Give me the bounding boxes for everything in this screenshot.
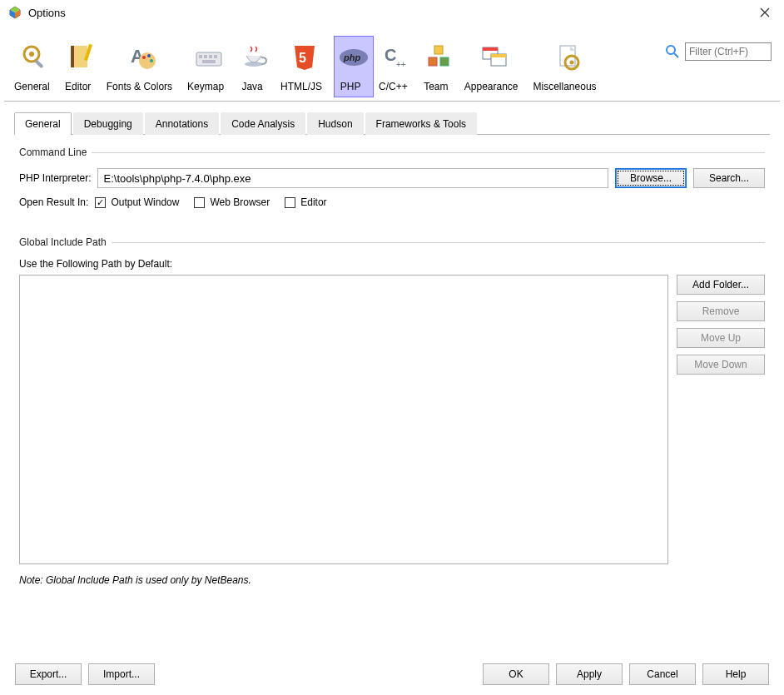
category-label: Keymap [187,81,224,92]
svg-text:5: 5 [299,51,306,65]
category-team[interactable]: Team [419,36,459,97]
svg-line-38 [674,53,678,57]
export-button[interactable]: Export... [15,663,82,685]
move-down-button[interactable]: Move Down [677,355,765,375]
help-button[interactable]: Help [702,663,769,685]
category-appearance[interactable]: Appearance [461,36,528,97]
move-up-button[interactable]: Move Up [677,328,765,348]
windows-icon [478,41,511,74]
svg-point-37 [667,46,675,54]
category-label: C/C++ [379,81,408,92]
use-path-label: Use the Following Path by Default: [19,258,172,270]
tab-code-analysis[interactable]: Code Analysis [221,112,305,135]
svg-rect-20 [202,60,216,63]
php-icon: php [337,41,370,74]
svg-text:++: ++ [396,60,406,69]
window-title: Options [28,7,66,19]
browse-button[interactable]: Browse... [615,168,687,188]
document-gear-icon [552,41,585,74]
tab-debugging[interactable]: Debugging [73,112,143,135]
category-general[interactable]: General [11,36,60,97]
svg-point-5 [29,52,34,57]
category-keymap[interactable]: Keymap [184,36,234,97]
apply-button[interactable]: Apply [556,663,623,685]
dialog-footer: Export... Import... OK Apply Cancel Help [0,663,784,685]
svg-rect-28 [429,57,437,66]
search-icon [665,44,680,59]
svg-rect-31 [483,47,498,51]
tab-hudson[interactable]: Hudson [307,112,363,135]
category-editor[interactable]: Editor [62,36,102,97]
check-icon: ✓ [97,198,104,207]
tab-annotations[interactable]: Annotations [145,112,219,135]
category-fonts-colors[interactable]: A Fonts & Colors [103,36,182,97]
svg-rect-15 [196,52,221,66]
svg-rect-17 [204,55,207,58]
group-global-include: Global Include Path Use the Following Pa… [19,236,765,594]
ok-button[interactable]: OK [483,663,549,685]
c-cpp-icon: C++ [380,41,413,74]
svg-rect-19 [214,55,217,58]
category-label: Editor [65,81,91,92]
include-path-list[interactable] [19,275,668,564]
cancel-button[interactable]: Cancel [629,663,696,685]
group-legend: Command Line [19,146,92,158]
check-web-browser[interactable]: Web Browser [194,196,270,208]
category-java[interactable]: Java [236,36,275,97]
category-toolbar: General Editor A Fonts & Colors Keymap J… [4,26,780,102]
keyboard-icon [192,41,226,74]
check-label: Editor [300,196,326,208]
category-label: HTML/JS [280,81,322,92]
add-folder-button[interactable]: Add Folder... [677,275,765,295]
svg-rect-33 [491,54,506,57]
include-note: Note: Global Include Path is used only b… [19,574,765,586]
import-button[interactable]: Import... [88,663,155,685]
close-icon[interactable] [754,3,776,22]
open-result-label: Open Result In: [19,196,88,208]
remove-button[interactable]: Remove [677,301,765,321]
svg-rect-18 [209,55,212,58]
svg-point-13 [147,54,151,57]
interpreter-input[interactable] [97,168,608,188]
category-c-cpp[interactable]: C++ C/C++ [375,36,418,97]
html5-shield-icon: 5 [288,41,321,74]
cubes-icon [423,41,456,74]
check-label: Web Browser [210,196,270,208]
tab-general[interactable]: General [14,112,72,135]
svg-rect-6 [35,59,44,68]
category-label: Java [241,81,262,92]
coffee-cup-icon [239,41,272,74]
svg-text:C: C [385,46,396,64]
search-button[interactable]: Search... [693,168,765,188]
svg-rect-29 [440,57,449,66]
svg-rect-16 [199,55,202,58]
category-label: Miscellaneous [533,81,597,92]
gear-wrench-icon [18,41,52,74]
category-label: PHP [340,81,361,92]
svg-point-14 [150,59,153,62]
category-label: Team [424,81,448,92]
palette-a-icon: A [126,41,159,74]
category-label: Appearance [464,81,519,92]
group-legend: Global Include Path [19,236,112,248]
group-command-line: Command Line PHP Interpreter: Browse... … [19,146,765,225]
category-label: General [14,81,50,92]
svg-rect-27 [434,46,443,54]
category-miscellaneous[interactable]: Miscellaneous [530,36,607,97]
interpreter-label: PHP Interpreter: [19,172,91,184]
svg-point-12 [142,56,146,59]
category-label: Fonts & Colors [107,81,172,92]
filter-input[interactable] [685,42,772,61]
check-output-window[interactable]: ✓ Output Window [95,196,179,208]
svg-point-36 [569,61,573,65]
check-editor[interactable]: Editor [285,196,326,208]
tab-content: Command Line PHP Interpreter: Browse... … [4,135,780,613]
svg-text:php: php [343,52,360,62]
category-php[interactable]: php PHP [334,36,374,97]
category-html-js[interactable]: 5 HTML/JS [277,36,332,97]
app-icon [8,6,22,19]
sub-tabs: General Debugging Annotations Code Analy… [14,112,770,135]
titlebar: Options [0,0,784,25]
tab-frameworks-tools[interactable]: Frameworks & Tools [365,112,477,135]
book-pencil-icon [65,41,98,74]
